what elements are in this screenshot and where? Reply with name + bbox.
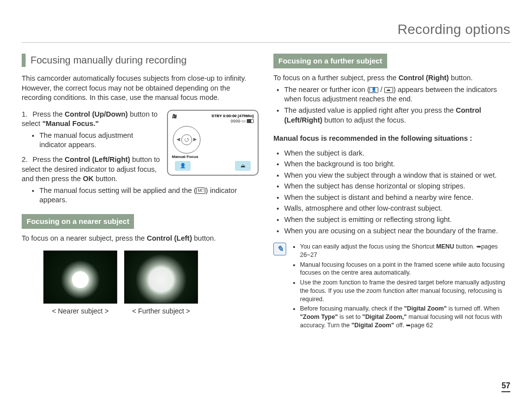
n4b: "Digital Zoom"	[404, 305, 447, 312]
banner-nearer-subject: Focusing on a nearer subject	[22, 214, 134, 229]
recommended-list: When the subject is dark. When the backg…	[273, 149, 510, 236]
n4d: "Zoom Type"	[300, 313, 338, 320]
further-text: To focus on a further subject, press the…	[273, 73, 510, 83]
recommended-heading: Manual focus is recommended in the follo…	[273, 134, 510, 144]
n4a: Before focusing manually, check if the	[300, 305, 404, 312]
step-2-bullet: The manual focus setting will be applied…	[39, 186, 259, 205]
n1b: MENU	[436, 243, 454, 250]
battery-icon	[247, 119, 254, 123]
further-b: Control (Right)	[399, 74, 449, 82]
nearer-b: Control (Left)	[147, 234, 192, 242]
far-inline-icon: ⛰	[384, 87, 393, 93]
list-item: When the subject is dark.	[284, 149, 510, 158]
photo-row	[43, 250, 259, 304]
focus-far-icon: ⛰	[235, 161, 251, 171]
list-item: When the background is too bright.	[284, 159, 510, 169]
step-2-text-e: button.	[94, 175, 117, 183]
step-2-bold: Control (Left/Right)	[65, 156, 130, 163]
section-heading-manual-focus: Focusing manually during recording	[22, 54, 259, 67]
step-2: 2. Press the Control (Left/Right) button…	[22, 155, 160, 184]
list-item: When the subject is distant and behind a…	[284, 193, 510, 203]
list-item: When you view the subject through a wind…	[284, 171, 510, 181]
step-1-text-a: Press the	[33, 110, 65, 118]
step-1: 1. Press the Control (Up/Down) button to…	[22, 110, 160, 150]
right-column: Focusing on a further subject To focus o…	[273, 54, 510, 331]
n4c: is turned off. When	[447, 305, 499, 312]
left-column: Focusing manually during recording This …	[22, 54, 259, 331]
step-2-bold-2: OK	[83, 175, 94, 183]
focus-near-icon: 👤	[175, 161, 191, 171]
control-ok-icon: ⭯	[181, 134, 192, 145]
control-wheel-icon: ◄ ⭯ ►	[173, 126, 200, 154]
nearer-a: To focus on a nearer subject, press the	[22, 234, 147, 242]
step-1-bold-2: "Manual Focus."	[42, 120, 99, 127]
fb2-c: button to adjust the focus.	[322, 116, 406, 124]
camcorder-screen-mock: 🎥 STBY 0:00:00 [475Min] 9999 ▭ ◄ ⭯ ► Man…	[167, 110, 259, 176]
caption-nearer: < Nearer subject >	[43, 307, 117, 316]
n4i: off. ➥page 62	[394, 322, 433, 329]
note-item-2: Manual focusing focuses on a point in th…	[300, 261, 510, 277]
camera-icon: 🎥	[172, 114, 177, 119]
note-item-4: Before focusing manually, check if the "…	[300, 305, 510, 329]
arrow-left-icon: ◄	[175, 136, 181, 143]
counter-icon: 9999	[231, 119, 240, 124]
further-c: button.	[449, 74, 472, 82]
n1a: You can easily adjust the focus using th…	[300, 243, 436, 250]
photo-nearer	[43, 250, 117, 304]
near-inline-icon: 👤	[369, 87, 378, 93]
fb1-b: /	[378, 86, 384, 94]
n4h: "Digital Zoom"	[351, 322, 394, 329]
banner-further-subject: Focusing on a further subject	[273, 54, 387, 68]
list-item: When you are ocusing on a subject near t…	[284, 226, 510, 236]
note-item-3: Use the zoom function to frame the desir…	[300, 279, 510, 303]
stby-text: STBY 0:00:00 [475Min]	[211, 114, 254, 119]
further-bullet-1: The nearer or further icon (👤 / ⛰) appea…	[284, 85, 510, 104]
note-item-1: You can easily adjust the focus using th…	[300, 243, 510, 259]
intro-text: This camcorder automatically focuses sub…	[22, 74, 259, 103]
further-a: To focus on a further subject, press the	[273, 74, 399, 82]
list-item: When the subject has dense horizontal or…	[284, 182, 510, 191]
step-1-bullet: The manual focus adjustment indicator ap…	[39, 131, 160, 150]
note-box: ✎ You can easily adjust the focus using …	[273, 243, 510, 331]
mf-indicator-icon: M□	[196, 187, 205, 194]
fb2-a: The adjusted value is applied right afte…	[284, 106, 456, 114]
manual-focus-label: Manual Focus	[172, 155, 254, 159]
n4f: "Digital Zoom,"	[363, 313, 407, 320]
arrow-right-icon: ►	[192, 136, 198, 143]
step-2-text-a: Press the	[33, 156, 65, 163]
list-item: When the subject is emitting or reflecti…	[284, 215, 510, 225]
nearer-c: button.	[192, 234, 216, 242]
n4e: is set to	[338, 313, 363, 320]
note-icon: ✎	[273, 243, 286, 255]
fb1-a: The nearer or further icon (	[284, 86, 369, 94]
step-2-bullet-a: The manual focus setting will be applied…	[39, 187, 196, 194]
page-title: Recording options	[22, 22, 510, 43]
further-bullet-2: The adjusted value is applied right afte…	[284, 106, 510, 125]
step-1-bold: Control (Up/Down)	[65, 110, 128, 118]
nearer-text: To focus on a nearer subject, press the …	[22, 234, 259, 244]
caption-further: < Further subject >	[124, 307, 198, 316]
photo-further	[124, 250, 198, 304]
card-icon: ▭	[241, 119, 246, 124]
list-item: Walls, atmosphere and other low-contrast…	[284, 204, 510, 214]
page-number: 57	[501, 381, 510, 392]
